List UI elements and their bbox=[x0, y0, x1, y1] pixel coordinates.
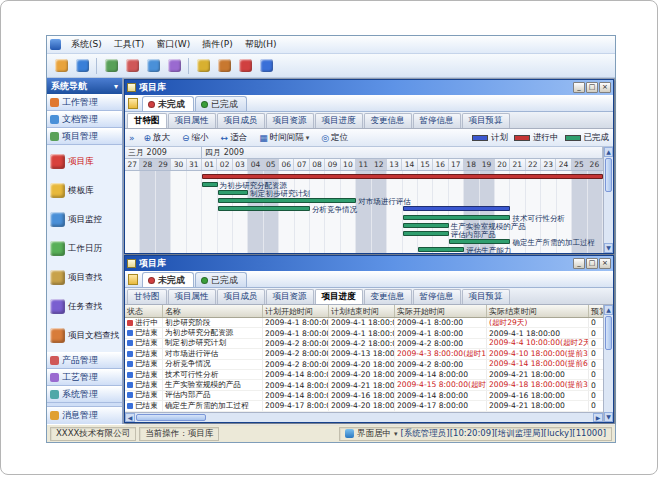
column-header-plan-end[interactable]: 计划结束时间 bbox=[329, 305, 395, 317]
tab-progress[interactable]: 项目进度 bbox=[315, 113, 363, 128]
exit-button[interactable] bbox=[236, 57, 254, 75]
tab-members[interactable]: 项目成员 bbox=[217, 113, 265, 128]
tab-finished[interactable]: 已完成 bbox=[195, 96, 247, 111]
maximize-button[interactable]: □ bbox=[586, 82, 598, 93]
scroll-down-icon[interactable]: ▼ bbox=[604, 243, 613, 253]
sidebar-group-product[interactable]: 产品管理 bbox=[47, 352, 122, 369]
ui-mode-label[interactable]: 界面居中 bbox=[357, 428, 391, 440]
sidebar-group-project[interactable]: 项目管理 bbox=[47, 128, 122, 145]
tab-progress[interactable]: 项目进度 bbox=[315, 289, 363, 304]
calendar-button[interactable] bbox=[165, 57, 183, 75]
gantt-bar-done[interactable] bbox=[218, 190, 249, 195]
close-button[interactable]: × bbox=[599, 258, 611, 269]
chart-button[interactable] bbox=[123, 57, 141, 75]
tab-unfinished[interactable]: 未完成 bbox=[142, 272, 194, 287]
scroll-down-icon[interactable]: ▼ bbox=[604, 412, 613, 422]
gantt-bar-run[interactable] bbox=[202, 174, 603, 179]
globe-button[interactable] bbox=[73, 57, 91, 75]
gantt-bar-done[interactable] bbox=[218, 206, 311, 211]
grid-button[interactable] bbox=[102, 57, 120, 75]
menu-item[interactable]: 插件(P) bbox=[196, 37, 238, 52]
table-row[interactable]: 进行中初步研究阶段2009-4-1 8:00:002009-4-1 18:00:… bbox=[125, 318, 603, 328]
progress-window-titlebar[interactable]: 项目库 _□× bbox=[125, 256, 613, 271]
tab-budget[interactable]: 项目预算 bbox=[462, 113, 510, 128]
tab-unfinished[interactable]: 未完成 bbox=[142, 96, 194, 111]
gantt-bar-plan[interactable] bbox=[403, 206, 511, 211]
key-button[interactable] bbox=[215, 57, 233, 75]
sidebar-group-doc[interactable]: 文档管理 bbox=[47, 111, 122, 128]
chevron-down-icon[interactable]: ▾ bbox=[114, 82, 118, 91]
scroll-track[interactable] bbox=[604, 351, 613, 412]
tab-gantt[interactable]: 甘特图 bbox=[127, 113, 167, 128]
gantt-bar-done[interactable] bbox=[202, 182, 217, 187]
sidebar-item-task-search[interactable]: 任务查找 bbox=[47, 292, 122, 321]
column-header-actual-end[interactable]: 实际结束时间 bbox=[487, 305, 589, 317]
chevron-down-icon[interactable]: ▾ bbox=[306, 134, 310, 142]
sidebar-item-template-lib[interactable]: 模板库 bbox=[47, 176, 122, 205]
table-row[interactable]: 已结束技术可行性分析2009-4-14 8:00:002009-4-20 18:… bbox=[125, 370, 603, 380]
interval-button[interactable]: ▦时间间隔▾ bbox=[254, 130, 314, 146]
sidebar-group-work[interactable]: 工作管理 bbox=[47, 94, 122, 111]
tab-changes[interactable]: 变更信息 bbox=[364, 113, 412, 128]
gantt-window-titlebar[interactable]: 项目库 _□× bbox=[125, 80, 613, 95]
tab-gantt[interactable]: 甘特图 bbox=[127, 289, 167, 304]
sidebar-item-project-lib[interactable]: 项目库 bbox=[47, 147, 122, 176]
column-header-status[interactable]: 状态 bbox=[125, 305, 163, 317]
sidebar-item-project-search[interactable]: 项目查找 bbox=[47, 263, 122, 292]
minimize-button[interactable]: _ bbox=[573, 82, 585, 93]
open-button[interactable] bbox=[52, 57, 70, 75]
tab-properties[interactable]: 项目属性 bbox=[168, 289, 216, 304]
gantt-bar-done[interactable] bbox=[403, 215, 511, 220]
sidebar-item-project-doc-search[interactable]: 项目文档查找 bbox=[47, 321, 122, 350]
menu-item[interactable]: 帮助(H) bbox=[239, 37, 283, 52]
table-row[interactable]: 已结束为初步研究分配资源2009-4-1 8:00:002009-4-1 18:… bbox=[125, 328, 603, 338]
tab-members[interactable]: 项目成员 bbox=[217, 289, 265, 304]
maximize-button[interactable]: □ bbox=[586, 258, 598, 269]
column-header-name[interactable]: 名称 bbox=[163, 305, 263, 317]
sidebar-item-work-calendar[interactable]: 工作日历 bbox=[47, 234, 122, 263]
table-vertical-scrollbar[interactable]: ▲ ▼ bbox=[603, 305, 613, 422]
scroll-thumb[interactable] bbox=[605, 158, 612, 192]
scroll-up-icon[interactable]: ▲ bbox=[604, 147, 613, 157]
tab-pauses[interactable]: 暂停信息 bbox=[413, 113, 461, 128]
chevron-down-icon[interactable]: ▾ bbox=[394, 430, 398, 438]
gantt-bar-done[interactable] bbox=[403, 231, 449, 236]
menu-item[interactable]: 窗口(W) bbox=[150, 37, 196, 52]
scroll-left-icon[interactable]: ◀ bbox=[125, 413, 135, 422]
tab-pauses[interactable]: 暂停信息 bbox=[413, 289, 461, 304]
zoom-out-button[interactable]: ⊖缩小 bbox=[177, 130, 214, 146]
column-header-plan-start[interactable]: 计划开始时间 bbox=[263, 305, 329, 317]
document-button[interactable] bbox=[144, 57, 162, 75]
gantt-bar-done[interactable] bbox=[218, 198, 357, 203]
scroll-thumb[interactable] bbox=[605, 316, 612, 350]
overflow-chevron-icon[interactable]: » bbox=[129, 133, 135, 143]
help-button[interactable] bbox=[257, 57, 275, 75]
minimize-button[interactable]: _ bbox=[573, 258, 585, 269]
table-row[interactable]: 已结束评估内部产品2009-4-14 8:00:002009-4-16 18:0… bbox=[125, 391, 603, 401]
close-button[interactable]: × bbox=[599, 82, 611, 93]
scroll-track[interactable] bbox=[604, 193, 613, 243]
lock-button[interactable] bbox=[194, 57, 212, 75]
locate-button[interactable]: ◎定位 bbox=[316, 130, 353, 146]
menu-item[interactable]: 工具(T) bbox=[108, 37, 151, 52]
tab-finished[interactable]: 已完成 bbox=[195, 272, 247, 287]
menu-item[interactable]: 系统(S) bbox=[65, 37, 108, 52]
sidebar-group-process[interactable]: 工艺管理 bbox=[47, 369, 122, 386]
scroll-track[interactable] bbox=[207, 413, 593, 422]
sidebar-item-project-monitor[interactable]: 项目监控 bbox=[47, 205, 122, 234]
table-row[interactable]: 已结束对市场进行评估2009-4-2 8:00:002009-4-13 18:0… bbox=[125, 349, 603, 359]
tab-resources[interactable]: 项目资源 bbox=[266, 113, 314, 128]
zoom-in-button[interactable]: ⊕放大 bbox=[139, 130, 176, 146]
tab-properties[interactable]: 项目属性 bbox=[168, 113, 216, 128]
table-row[interactable]: 已结束制定初步研究计划2009-4-2 8:00:002009-4-2 18:0… bbox=[125, 339, 603, 349]
table-row[interactable]: 已结束生产实验室规模的产品2009-4-14 8:00:002009-4-21 … bbox=[125, 380, 603, 390]
sidebar-group-system[interactable]: 系统管理 bbox=[47, 386, 122, 403]
gantt-bar-done[interactable] bbox=[418, 247, 464, 252]
tab-resources[interactable]: 项目资源 bbox=[266, 289, 314, 304]
scroll-up-icon[interactable]: ▲ bbox=[604, 305, 613, 315]
column-header-actual-start[interactable]: 实际开始时间 bbox=[395, 305, 487, 317]
column-header-budget[interactable]: 预算 bbox=[589, 305, 603, 317]
table-row[interactable]: 已结束确定生产所需的加工过程2009-4-17 8:00:002009-4-20… bbox=[125, 401, 603, 411]
gantt-bar-done[interactable] bbox=[403, 223, 449, 228]
scroll-thumb[interactable] bbox=[136, 414, 206, 421]
